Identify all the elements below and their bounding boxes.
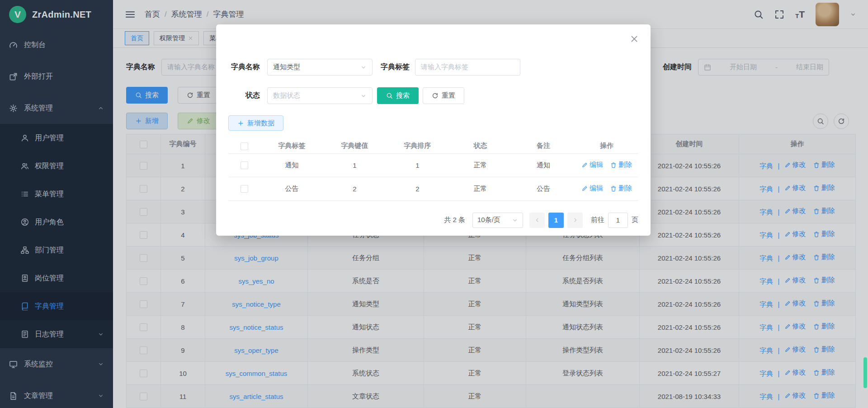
header-select-all [228, 138, 260, 153]
edit-icon [581, 185, 588, 192]
page-number-1[interactable]: 1 [548, 213, 564, 228]
cell-checkbox [228, 177, 260, 200]
header-dict-value: 字典键值 [323, 138, 386, 153]
modal-dict-name-select[interactable]: 通知类型 [267, 59, 373, 76]
add-dict-data-button[interactable]: 新增数据 [228, 115, 283, 131]
chevron-down-icon [360, 64, 367, 71]
modal-dict-name-label: 字典名称 [228, 62, 260, 72]
modal-dict-label-label: 字典标签 [381, 62, 410, 72]
next-page-button[interactable] [567, 213, 583, 228]
cell-actions: 编辑 删除 [575, 177, 638, 200]
header-status: 状态 [449, 138, 512, 153]
cell-dict-sort: 1 [386, 153, 449, 177]
scrollbar-thumb[interactable] [863, 357, 867, 388]
delete-icon [610, 185, 617, 192]
goto-label: 前往 [591, 216, 604, 224]
cell-dict-label: 通知 [260, 153, 323, 177]
cell-dict-value: 2 [323, 177, 386, 200]
goto-page-input[interactable]: 1 [608, 213, 628, 228]
plus-icon [237, 120, 244, 127]
pagination: 共 2 条 10条/页 1 前往 1 页 [228, 213, 638, 228]
modal-search-button[interactable]: 搜索 [377, 87, 419, 104]
cell-remark: 通知 [512, 153, 575, 177]
delete-icon [610, 162, 617, 168]
pagination-total: 共 2 条 [444, 216, 465, 224]
modal-reset-button[interactable]: 重置 [423, 87, 464, 104]
edit-link[interactable]: 编辑 [581, 161, 603, 169]
page-size-select[interactable]: 10条/页 [472, 213, 523, 228]
cell-dict-sort: 2 [386, 177, 449, 200]
chevron-down-icon [512, 217, 518, 223]
cell-status: 正常 [449, 177, 512, 200]
chevron-right-icon [572, 217, 578, 223]
cell-status: 正常 [449, 153, 512, 177]
header-remark: 备注 [512, 138, 575, 153]
row-checkbox[interactable] [241, 161, 248, 169]
delete-link[interactable]: 删除 [610, 161, 632, 169]
page-suffix-label: 页 [632, 216, 638, 224]
chevron-left-icon [534, 217, 540, 223]
close-icon[interactable] [630, 34, 639, 43]
dict-data-table: 字典标签 字典键值 字典排序 状态 备注 操作 通知 1 1 正常 通知 [228, 138, 638, 201]
cell-remark: 公告 [512, 177, 575, 200]
cell-dict-label: 公告 [260, 177, 323, 200]
chevron-down-icon [360, 93, 367, 99]
modal-search-form-row1: 字典名称 通知类型 字典标签 请输入字典标签 [228, 24, 638, 76]
delete-link[interactable]: 删除 [610, 184, 632, 193]
modal-table-header-row: 字典标签 字典键值 字典排序 状态 备注 操作 [228, 138, 638, 153]
header-actions: 操作 [575, 138, 638, 153]
select-all-checkbox[interactable] [241, 142, 248, 150]
cell-dict-value: 1 [323, 153, 386, 177]
modal-search-form-row2: 状态 数据状态 搜索 重置 [228, 87, 638, 104]
prev-page-button[interactable] [529, 213, 545, 228]
cell-checkbox [228, 153, 260, 177]
modal-filter-buttons: 搜索 重置 [377, 87, 464, 104]
dict-data-dialog: 字典名称 通知类型 字典标签 请输入字典标签 状态 数据状态 搜索 重置 [216, 24, 651, 236]
edit-icon [581, 162, 588, 168]
header-dict-label: 字典标签 [260, 138, 323, 153]
table-row: 通知 1 1 正常 通知 编辑 删除 [228, 153, 638, 177]
cell-actions: 编辑 删除 [575, 153, 638, 177]
modal-status-label: 状态 [228, 91, 260, 100]
header-dict-sort: 字典排序 [386, 138, 449, 153]
modal-dict-label-input[interactable]: 请输入字典标签 [415, 59, 520, 76]
edit-link[interactable]: 编辑 [581, 184, 603, 193]
refresh-icon [432, 92, 439, 99]
modal-status-select[interactable]: 数据状态 [267, 87, 373, 104]
table-row: 公告 2 2 正常 公告 编辑 删除 [228, 177, 638, 200]
row-checkbox[interactable] [241, 185, 248, 193]
search-icon [386, 92, 393, 99]
